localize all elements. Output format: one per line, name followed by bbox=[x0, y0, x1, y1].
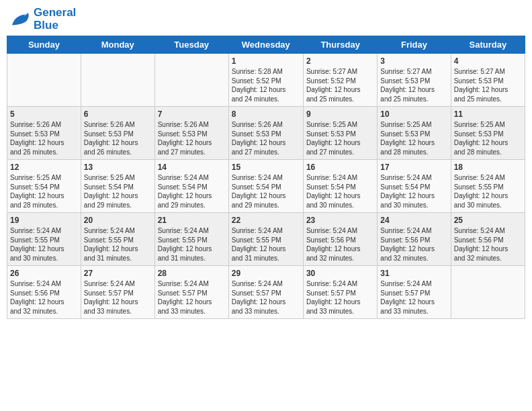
cell-daylight-info: Sunrise: 5:24 AM Sunset: 5:57 PM Dayligh… bbox=[158, 279, 226, 316]
day-header-tuesday: Tuesday bbox=[154, 36, 228, 54]
cell-daylight-info: Sunrise: 5:24 AM Sunset: 5:55 PM Dayligh… bbox=[158, 226, 226, 263]
cell-daylight-info: Sunrise: 5:27 AM Sunset: 5:53 PM Dayligh… bbox=[454, 67, 522, 103]
calendar-cell: 23Sunrise: 5:24 AM Sunset: 5:56 PM Dayli… bbox=[303, 213, 377, 266]
calendar-cell: 31Sunrise: 5:24 AM Sunset: 5:57 PM Dayli… bbox=[378, 266, 451, 319]
cell-daylight-info: Sunrise: 5:24 AM Sunset: 5:55 PM Dayligh… bbox=[84, 226, 152, 263]
calendar-cell: 28Sunrise: 5:24 AM Sunset: 5:57 PM Dayli… bbox=[154, 266, 228, 319]
calendar-header-row: SundayMondayTuesdayWednesdayThursdayFrid… bbox=[7, 36, 525, 54]
cell-daylight-info: Sunrise: 5:24 AM Sunset: 5:57 PM Dayligh… bbox=[380, 279, 447, 316]
cell-date-number: 8 bbox=[232, 109, 300, 119]
cell-date-number: 23 bbox=[306, 216, 374, 225]
cell-daylight-info: Sunrise: 5:26 AM Sunset: 5:53 PM Dayligh… bbox=[10, 120, 78, 156]
cell-daylight-info: Sunrise: 5:25 AM Sunset: 5:54 PM Dayligh… bbox=[84, 173, 152, 210]
logo: General Blue bbox=[9, 7, 76, 32]
calendar-cell: 20Sunrise: 5:24 AM Sunset: 5:55 PM Dayli… bbox=[81, 213, 154, 266]
cell-date-number: 7 bbox=[158, 109, 226, 119]
cell-date-number: 11 bbox=[454, 109, 522, 119]
calendar-cell: 4Sunrise: 5:27 AM Sunset: 5:53 PM Daylig… bbox=[451, 54, 525, 107]
calendar-cell: 21Sunrise: 5:24 AM Sunset: 5:55 PM Dayli… bbox=[154, 213, 228, 266]
cell-daylight-info: Sunrise: 5:26 AM Sunset: 5:53 PM Dayligh… bbox=[84, 120, 152, 156]
cell-date-number: 5 bbox=[10, 109, 78, 119]
calendar-week-5: 26Sunrise: 5:24 AM Sunset: 5:56 PM Dayli… bbox=[7, 266, 525, 319]
cell-date-number: 21 bbox=[158, 216, 226, 225]
day-header-monday: Monday bbox=[81, 36, 154, 54]
day-header-sunday: Sunday bbox=[7, 36, 81, 54]
cell-date-number: 25 bbox=[454, 216, 522, 225]
calendar-cell: 30Sunrise: 5:24 AM Sunset: 5:57 PM Dayli… bbox=[303, 266, 377, 319]
cell-date-number: 16 bbox=[306, 163, 374, 172]
cell-daylight-info: Sunrise: 5:24 AM Sunset: 5:54 PM Dayligh… bbox=[232, 173, 300, 210]
calendar-cell: 16Sunrise: 5:24 AM Sunset: 5:54 PM Dayli… bbox=[303, 160, 377, 213]
cell-daylight-info: Sunrise: 5:24 AM Sunset: 5:54 PM Dayligh… bbox=[158, 173, 226, 210]
day-header-wednesday: Wednesday bbox=[228, 36, 303, 54]
cell-date-number: 29 bbox=[232, 269, 300, 278]
cell-daylight-info: Sunrise: 5:24 AM Sunset: 5:55 PM Dayligh… bbox=[10, 226, 78, 263]
calendar-cell: 1Sunrise: 5:28 AM Sunset: 5:52 PM Daylig… bbox=[228, 54, 303, 107]
cell-date-number: 14 bbox=[158, 163, 226, 172]
cell-date-number: 1 bbox=[232, 56, 300, 66]
calendar-cell: 7Sunrise: 5:26 AM Sunset: 5:53 PM Daylig… bbox=[154, 107, 228, 160]
cell-date-number: 28 bbox=[158, 269, 226, 278]
cell-daylight-info: Sunrise: 5:24 AM Sunset: 5:56 PM Dayligh… bbox=[306, 226, 374, 263]
cell-daylight-info: Sunrise: 5:24 AM Sunset: 5:55 PM Dayligh… bbox=[232, 226, 300, 263]
calendar-cell: 13Sunrise: 5:25 AM Sunset: 5:54 PM Dayli… bbox=[81, 160, 154, 213]
calendar-cell: 14Sunrise: 5:24 AM Sunset: 5:54 PM Dayli… bbox=[154, 160, 228, 213]
cell-date-number: 19 bbox=[10, 216, 78, 225]
calendar-cell: 15Sunrise: 5:24 AM Sunset: 5:54 PM Dayli… bbox=[228, 160, 303, 213]
calendar-cell: 19Sunrise: 5:24 AM Sunset: 5:55 PM Dayli… bbox=[7, 213, 81, 266]
calendar-cell: 25Sunrise: 5:24 AM Sunset: 5:56 PM Dayli… bbox=[451, 213, 525, 266]
calendar-week-1: 1Sunrise: 5:28 AM Sunset: 5:52 PM Daylig… bbox=[7, 54, 525, 107]
cell-date-number: 13 bbox=[84, 163, 152, 172]
calendar-cell bbox=[154, 54, 228, 107]
calendar-cell: 5Sunrise: 5:26 AM Sunset: 5:53 PM Daylig… bbox=[7, 107, 81, 160]
day-header-saturday: Saturday bbox=[451, 36, 525, 54]
cell-daylight-info: Sunrise: 5:24 AM Sunset: 5:55 PM Dayligh… bbox=[454, 173, 522, 210]
cell-date-number: 20 bbox=[84, 216, 152, 225]
cell-daylight-info: Sunrise: 5:24 AM Sunset: 5:57 PM Dayligh… bbox=[306, 279, 374, 316]
cell-daylight-info: Sunrise: 5:24 AM Sunset: 5:56 PM Dayligh… bbox=[454, 226, 522, 263]
cell-date-number: 24 bbox=[380, 216, 447, 225]
cell-date-number: 12 bbox=[10, 163, 78, 172]
calendar-cell: 12Sunrise: 5:25 AM Sunset: 5:54 PM Dayli… bbox=[7, 160, 81, 213]
calendar-cell: 8Sunrise: 5:26 AM Sunset: 5:53 PM Daylig… bbox=[228, 107, 303, 160]
calendar-cell: 18Sunrise: 5:24 AM Sunset: 5:55 PM Dayli… bbox=[451, 160, 525, 213]
cell-daylight-info: Sunrise: 5:25 AM Sunset: 5:53 PM Dayligh… bbox=[454, 120, 522, 156]
cell-date-number: 27 bbox=[84, 269, 152, 278]
calendar-week-3: 12Sunrise: 5:25 AM Sunset: 5:54 PM Dayli… bbox=[7, 160, 525, 213]
calendar-cell: 27Sunrise: 5:24 AM Sunset: 5:57 PM Dayli… bbox=[81, 266, 154, 319]
cell-daylight-info: Sunrise: 5:25 AM Sunset: 5:54 PM Dayligh… bbox=[10, 173, 78, 210]
cell-daylight-info: Sunrise: 5:24 AM Sunset: 5:57 PM Dayligh… bbox=[232, 279, 300, 316]
cell-date-number: 4 bbox=[454, 56, 522, 66]
day-header-friday: Friday bbox=[378, 36, 451, 54]
cell-daylight-info: Sunrise: 5:27 AM Sunset: 5:53 PM Dayligh… bbox=[380, 67, 447, 103]
cell-date-number: 26 bbox=[10, 269, 78, 278]
calendar-cell bbox=[451, 266, 525, 319]
calendar-table: SundayMondayTuesdayWednesdayThursdayFrid… bbox=[7, 36, 525, 319]
logo-icon bbox=[9, 10, 31, 29]
calendar-cell: 22Sunrise: 5:24 AM Sunset: 5:55 PM Dayli… bbox=[228, 213, 303, 266]
page-header: General Blue bbox=[7, 7, 525, 32]
cell-daylight-info: Sunrise: 5:24 AM Sunset: 5:56 PM Dayligh… bbox=[380, 226, 447, 263]
logo-text: General Blue bbox=[34, 7, 76, 32]
cell-date-number: 10 bbox=[380, 109, 447, 119]
cell-daylight-info: Sunrise: 5:26 AM Sunset: 5:53 PM Dayligh… bbox=[158, 120, 226, 156]
calendar-cell: 3Sunrise: 5:27 AM Sunset: 5:53 PM Daylig… bbox=[378, 54, 451, 107]
cell-date-number: 22 bbox=[232, 216, 300, 225]
calendar-cell: 6Sunrise: 5:26 AM Sunset: 5:53 PM Daylig… bbox=[81, 107, 154, 160]
cell-daylight-info: Sunrise: 5:26 AM Sunset: 5:53 PM Dayligh… bbox=[232, 120, 300, 156]
day-header-thursday: Thursday bbox=[303, 36, 377, 54]
calendar-cell: 11Sunrise: 5:25 AM Sunset: 5:53 PM Dayli… bbox=[451, 107, 525, 160]
cell-date-number: 17 bbox=[380, 163, 447, 172]
cell-date-number: 6 bbox=[84, 109, 152, 119]
calendar-cell: 10Sunrise: 5:25 AM Sunset: 5:53 PM Dayli… bbox=[378, 107, 451, 160]
calendar-cell: 29Sunrise: 5:24 AM Sunset: 5:57 PM Dayli… bbox=[228, 266, 303, 319]
cell-date-number: 3 bbox=[380, 56, 447, 66]
cell-daylight-info: Sunrise: 5:24 AM Sunset: 5:56 PM Dayligh… bbox=[10, 279, 78, 316]
cell-daylight-info: Sunrise: 5:25 AM Sunset: 5:53 PM Dayligh… bbox=[380, 120, 447, 156]
calendar-cell: 9Sunrise: 5:25 AM Sunset: 5:53 PM Daylig… bbox=[303, 107, 377, 160]
cell-date-number: 2 bbox=[306, 56, 374, 66]
cell-date-number: 9 bbox=[306, 109, 374, 119]
calendar-cell: 24Sunrise: 5:24 AM Sunset: 5:56 PM Dayli… bbox=[378, 213, 451, 266]
cell-daylight-info: Sunrise: 5:27 AM Sunset: 5:52 PM Dayligh… bbox=[306, 67, 374, 103]
calendar-week-4: 19Sunrise: 5:24 AM Sunset: 5:55 PM Dayli… bbox=[7, 213, 525, 266]
